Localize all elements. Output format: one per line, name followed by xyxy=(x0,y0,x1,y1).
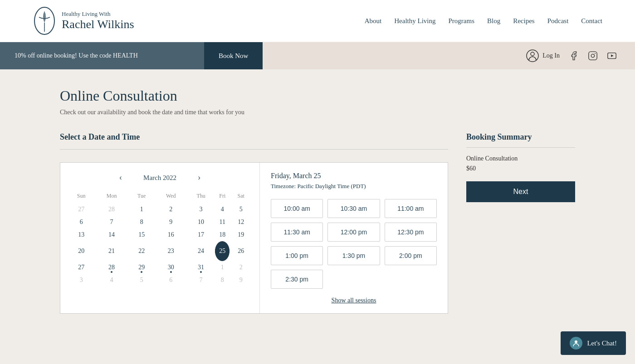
calendar-day[interactable]: 5 xyxy=(230,203,252,216)
calendar-day[interactable]: 11 xyxy=(215,216,230,228)
time-section: Friday, March 25 Timezone: Pacific Dayli… xyxy=(260,163,448,313)
calendar-day[interactable]: 26 xyxy=(230,241,252,261)
calendar-day[interactable]: 4 xyxy=(95,274,128,286)
timezone-label: Timezone: Pacific Daylight Time (PDT) xyxy=(271,183,437,190)
calendar-day[interactable]: 1 xyxy=(128,203,155,216)
time-slot-button[interactable]: 11:30 am xyxy=(271,223,323,242)
time-slot-button[interactable]: 2:00 pm xyxy=(385,246,437,265)
show-all-link[interactable]: Show all sessions xyxy=(332,297,376,304)
nav-contact[interactable]: Contact xyxy=(581,17,602,25)
calendar-day[interactable]: 9 xyxy=(230,274,252,286)
calendar-day[interactable]: 8 xyxy=(215,274,230,286)
calendar-day[interactable]: 1 xyxy=(215,261,230,274)
promo-text: 10% off online booking! Use the code HEA… xyxy=(0,42,204,69)
calendar-day[interactable]: 20 xyxy=(68,241,95,261)
calendar-dot xyxy=(111,271,112,273)
content-row: Select a Date and Time ‹ March 2022 › xyxy=(60,132,575,314)
calendar-day[interactable]: 23 xyxy=(155,241,187,261)
selected-date-label: Friday, March 25 xyxy=(271,172,437,180)
book-now-button[interactable]: Book Now xyxy=(204,42,263,69)
page-title: Online Consultation xyxy=(60,87,575,104)
nav-recipes[interactable]: Recipes xyxy=(513,17,534,25)
time-slot-button[interactable]: 1:00 pm xyxy=(271,246,323,265)
show-all-sessions[interactable]: Show all sessions xyxy=(271,296,437,304)
calendar-prev-button[interactable]: ‹ xyxy=(116,172,125,184)
chat-label: Let's Chat! xyxy=(587,340,617,347)
calendar-day[interactable]: 10 xyxy=(187,216,215,228)
time-slot-button[interactable]: 12:00 pm xyxy=(327,223,380,242)
calendar-day[interactable]: 7 xyxy=(187,274,215,286)
calendar-day[interactable]: 21 xyxy=(95,241,128,261)
calendar-day[interactable]: 18 xyxy=(215,228,230,241)
logo-icon xyxy=(33,5,56,36)
time-slot-button[interactable]: 10:30 am xyxy=(327,199,380,218)
chat-button[interactable]: Let's Chat! xyxy=(561,331,626,355)
calendar-day[interactable]: 30 xyxy=(155,261,187,274)
calendar-day[interactable]: 9 xyxy=(155,216,187,228)
calendar-day[interactable]: 3 xyxy=(187,203,215,216)
calendar-day[interactable]: 17 xyxy=(187,228,215,241)
booking-summary-title: Booking Summary xyxy=(466,132,575,142)
calendar-day[interactable]: 12 xyxy=(230,216,252,228)
left-panel: Select a Date and Time ‹ March 2022 › xyxy=(60,132,448,314)
login-area[interactable]: Log In xyxy=(526,49,560,62)
calendar-day[interactable]: 6 xyxy=(68,216,95,228)
main-content: Online Consultation Check out our availa… xyxy=(27,69,608,332)
calendar-day[interactable]: 6 xyxy=(155,274,187,286)
calendar-day[interactable]: 16 xyxy=(155,228,187,241)
booking-service-name: Online Consultation xyxy=(466,155,575,162)
calendar-day[interactable]: 27 xyxy=(68,261,95,274)
time-slot-button[interactable]: 12:30 pm xyxy=(385,223,437,242)
time-slot-button[interactable]: 2:30 pm xyxy=(271,270,323,289)
calendar-day[interactable]: 2 xyxy=(155,203,187,216)
calendar-day[interactable]: 5 xyxy=(128,274,155,286)
calendar-day[interactable]: 22 xyxy=(128,241,155,261)
nav-programs[interactable]: Programs xyxy=(449,17,475,25)
logo-subtitle: Healthy Living With xyxy=(62,10,134,18)
calendar-day[interactable]: 28 xyxy=(95,261,128,274)
cal-header-mon: Mon xyxy=(95,191,128,203)
logo-title: Rachel Wilkins xyxy=(62,18,134,31)
calendar-day[interactable]: 31 xyxy=(187,261,215,274)
time-slot-button[interactable]: 11:00 am xyxy=(385,199,437,218)
calendar-grid: Sun Mon Tue Wed Thu Fri Sat 27281234 xyxy=(68,191,252,286)
calendar-day[interactable]: 4 xyxy=(215,203,230,216)
calendar-day[interactable]: 3 xyxy=(68,274,95,286)
calendar-day[interactable]: 19 xyxy=(230,228,252,241)
calendar-day[interactable]: 7 xyxy=(95,216,128,228)
nav-blog[interactable]: Blog xyxy=(487,17,500,25)
nav-podcast[interactable]: Podcast xyxy=(547,17,569,25)
calendar-section: ‹ March 2022 › Sun Mon Tue Wed xyxy=(60,163,260,313)
section-divider xyxy=(60,149,448,150)
youtube-icon[interactable] xyxy=(607,51,617,61)
calendar-header: ‹ March 2022 › xyxy=(68,172,252,184)
main-nav: About Healthy Living Programs Blog Recip… xyxy=(365,17,602,25)
logo[interactable]: Healthy Living With Rachel Wilkins xyxy=(33,5,134,36)
calendar-day[interactable]: 2 xyxy=(230,261,252,274)
calendar-day[interactable]: 25 xyxy=(215,241,230,261)
time-slot-button[interactable]: 1:30 pm xyxy=(327,246,380,265)
calendar-next-button[interactable]: › xyxy=(195,172,204,184)
user-icon xyxy=(526,49,539,62)
calendar-day[interactable]: 24 xyxy=(187,241,215,261)
cal-header-sun: Sun xyxy=(68,191,95,203)
calendar-day[interactable]: 27 xyxy=(68,203,95,216)
svg-point-9 xyxy=(575,340,577,343)
calendar-day[interactable]: 15 xyxy=(128,228,155,241)
calendar-day[interactable]: 28 xyxy=(95,203,128,216)
time-slot-button[interactable]: 10:00 am xyxy=(271,199,323,218)
calendar-day[interactable]: 14 xyxy=(95,228,128,241)
calendar-day[interactable]: 29 xyxy=(128,261,155,274)
select-date-time-title: Select a Date and Time xyxy=(60,132,448,142)
nav-about[interactable]: About xyxy=(365,17,382,25)
chat-avatar xyxy=(570,337,582,349)
cal-header-sat: Sat xyxy=(230,191,252,203)
instagram-icon[interactable] xyxy=(588,51,598,61)
chat-avatar-icon xyxy=(572,339,580,347)
nav-healthy-living[interactable]: Healthy Living xyxy=(394,17,435,25)
calendar-day[interactable]: 13 xyxy=(68,228,95,241)
next-button[interactable]: Next xyxy=(466,181,575,202)
facebook-icon[interactable] xyxy=(569,51,579,61)
calendar-day[interactable]: 8 xyxy=(128,216,155,228)
svg-rect-4 xyxy=(589,52,597,60)
